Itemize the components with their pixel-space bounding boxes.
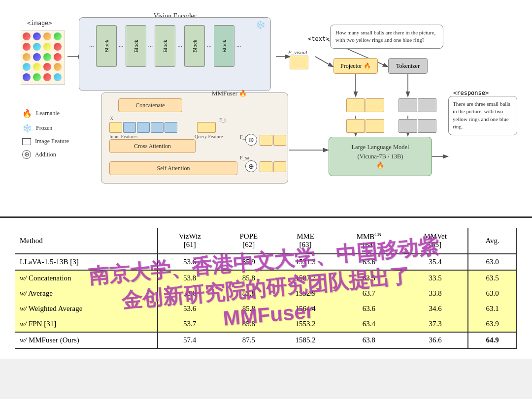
table-row-fpn: w/ FPN [31] 53.7 85.8 1553.2 63.4 37.3 6…: [15, 316, 517, 332]
add-op-2: ⊕: [245, 160, 257, 172]
table-row-llava: LLaVA-1.5-13B [3] 53.6 85.9 1531.3 63.6 …: [15, 254, 517, 270]
llm-sub: (Vicuna-7B / 13B): [358, 152, 403, 161]
cell-method: w/ Average: [15, 286, 158, 301]
cell-vizwiz: 53.6: [158, 286, 221, 301]
snowflake-icon: ❄️: [22, 123, 32, 133]
legend-frozen: ❄️ Frozen: [22, 123, 69, 133]
cell-mme: 1531.3: [276, 254, 335, 270]
diagram-section: <image>: [0, 0, 532, 218]
tokenizer-box: Tokenizer: [388, 58, 428, 74]
tok-out2-box2: [418, 119, 436, 133]
cell-mmb: 63.6: [335, 254, 403, 270]
cell-avg: 63.5: [468, 270, 517, 286]
col-mme: MME[63]: [276, 228, 335, 254]
cell-pope: 85.8: [221, 316, 276, 332]
fvisual-label: F_visual: [288, 49, 307, 55]
tok-out-box1: [399, 98, 417, 112]
cell-mmb: 63.6: [335, 301, 403, 316]
table-row-mmfuser: w/ MMFuser (Ours) 57.4 87.5 1585.2 63.8 …: [15, 332, 517, 348]
results-table: Method VizWiz[61] POPE[62] MME[63] MMBCN…: [15, 228, 517, 349]
cell-method: w/ MMFuser (Ours): [15, 332, 158, 348]
table-wrapper: 南京大学、香港中文大学、中国移动紫 金创新研究院的研究团队提出了 MMFuser…: [15, 228, 517, 349]
svg-line-2: [315, 57, 332, 66]
cell-mme: 1552.9: [276, 286, 335, 301]
response-bubble: There are three small balls in the pictu…: [448, 96, 517, 135]
cell-mmvet: 34.6: [403, 301, 468, 316]
image-tag-label: <image>: [27, 20, 52, 27]
proj-out2-box1: [346, 119, 365, 133]
cell-method: w/ Weighted Average: [15, 301, 158, 316]
cell-mmvet: 36.6: [403, 332, 468, 348]
llm-box: Large Language Model (Vicuna-7B / 13B) 🔥: [329, 137, 432, 176]
fvisual-box: [290, 56, 308, 69]
cell-mmvet: 33.8: [403, 286, 468, 301]
vision-encoder-box: ··· Block ··· Block ··· Block ··· Block …: [79, 17, 271, 91]
input-features-label: Input Features: [109, 134, 138, 139]
cell-mme: 1564.4: [276, 301, 335, 316]
projector-box: Projector 🔥: [333, 58, 378, 74]
legend-image-feature: Image Feature: [22, 138, 69, 145]
proj-out2-box2: [366, 119, 384, 133]
mmfuser-label: MMFuser 🔥: [212, 90, 247, 97]
col-pope: POPE[62]: [221, 228, 276, 254]
table-row-weighted: w/ Weighted Average 53.6 85.8 1564.4 63.…: [15, 301, 517, 316]
add-op-1: ⊕: [245, 134, 257, 146]
cell-mmb: 63.7: [335, 286, 403, 301]
cell-pope: 85.9: [221, 254, 276, 270]
table-header-row: Method VizWiz[61] POPE[62] MME[63] MMBCN…: [15, 228, 517, 254]
cell-pope: 87.5: [221, 332, 276, 348]
col-method: Method: [15, 228, 158, 254]
cell-mmvet: 35.4: [403, 254, 468, 270]
cell-pope: 85.8: [221, 286, 276, 301]
legend: 🔥 Learnable ❄️ Frozen Image Feature ⊕ Ad…: [22, 108, 69, 164]
cell-mme: 1553.2: [276, 316, 335, 332]
legend-learnable: 🔥 Learnable: [22, 108, 69, 118]
cell-avg: 63.9: [468, 316, 517, 332]
table-section: 南京大学、香港中文大学、中国移动紫 金创新研究院的研究团队提出了 MMFuser…: [0, 218, 532, 359]
x-label: X: [110, 116, 113, 121]
text-tag-label: <text>: [308, 35, 329, 42]
table-row-concat: w/ Concatenation 53.8 85.8 1587.7 63.5 3…: [15, 270, 517, 286]
cell-mme: 1587.7: [276, 270, 335, 286]
cell-mmb: 63.8: [335, 332, 403, 348]
tok-out2-box1: [399, 119, 417, 133]
response-tag-label: <response>: [453, 90, 489, 96]
cell-vizwiz: 53.6: [158, 254, 221, 270]
legend-frozen-label: Frozen: [36, 124, 52, 132]
proj-out-box2: [366, 98, 384, 112]
text-bubble: How many small balls are there in the pi…: [330, 25, 443, 49]
cell-mme: 1585.2: [276, 332, 335, 348]
cell-mmb: 63.5: [335, 270, 403, 286]
plus-circle-icon: ⊕: [22, 150, 31, 159]
cell-vizwiz: 53.8: [158, 270, 221, 286]
cell-avg: 63.1: [468, 301, 517, 316]
legend-addition-label: Addition: [35, 151, 56, 158]
fi-label: F_i: [219, 117, 226, 123]
cell-mmvet: 37.3: [403, 316, 468, 332]
col-vizwiz: VizWiz[61]: [158, 228, 221, 254]
query-feature-label: Query Feature: [195, 134, 223, 139]
col-avg: Avg.: [468, 228, 517, 254]
cell-avg: 64.9: [468, 332, 517, 348]
cell-vizwiz: 57.4: [158, 332, 221, 348]
cell-mmb: 63.4: [335, 316, 403, 332]
fsa-label: F_sa: [240, 155, 249, 160]
llm-label: Large Language Model: [351, 143, 409, 152]
col-mmvet: MMVet[65]: [403, 228, 468, 254]
tok-out-box2: [418, 98, 436, 112]
input-image: [21, 31, 65, 85]
cross-attn-box: Cross Attention: [109, 139, 196, 153]
cell-pope: 85.8: [221, 301, 276, 316]
col-mmb: MMBCN[64]: [335, 228, 403, 254]
cell-method: w/ Concatenation: [15, 270, 158, 286]
legend-learnable-label: Learnable: [36, 110, 60, 117]
proj-out-box1: [346, 98, 365, 112]
fire-icon: 🔥: [22, 108, 32, 118]
table-row-average: w/ Average 53.6 85.8 1552.9 63.7 33.8 63…: [15, 286, 517, 301]
cell-avg: 63.0: [468, 286, 517, 301]
legend-addition: ⊕ Addition: [22, 150, 69, 159]
diagram-inner: <image>: [15, 10, 517, 202]
llm-fire: 🔥: [376, 161, 384, 170]
concat-box: Concatenate: [118, 98, 182, 112]
cell-pope: 85.8: [221, 270, 276, 286]
